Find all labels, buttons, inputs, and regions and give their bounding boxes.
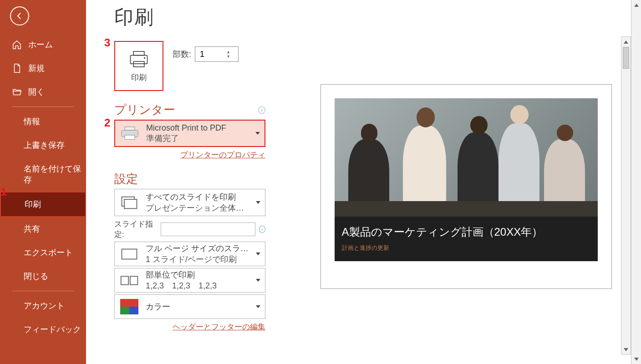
copies-label: 部数: xyxy=(173,49,191,60)
arrow-left-icon xyxy=(15,11,24,20)
sidebar-item-account[interactable]: アカウント xyxy=(0,294,86,318)
sidebar-item-open[interactable]: 開く xyxy=(0,80,86,104)
sidebar-item-new[interactable]: 新規 xyxy=(0,56,86,80)
back-button[interactable] xyxy=(10,6,29,25)
scroll-down-button[interactable] xyxy=(631,354,641,364)
annotation-1: 1 xyxy=(1,186,7,198)
info-icon[interactable]: i xyxy=(258,106,265,114)
triangle-down-icon xyxy=(624,348,628,351)
printer-properties-link[interactable]: プリンターのプロパティ xyxy=(180,151,265,159)
collate-icon xyxy=(119,272,139,288)
svg-rect-9 xyxy=(122,249,137,259)
print-button-label: 印刷 xyxy=(131,72,147,83)
triangle-down-icon xyxy=(634,358,639,361)
printer-status: 準備完了 xyxy=(146,133,249,144)
printer-section-header: プリンター i xyxy=(114,102,265,118)
print-layout-title: フル ページ サイズのスライド xyxy=(146,243,249,254)
svg-point-3 xyxy=(144,57,145,58)
chevron-down-icon xyxy=(256,253,260,255)
preview-photo xyxy=(335,98,598,217)
print-range-dropdown[interactable]: すべてのスライドを印刷 プレゼンテーション全体を印刷し… xyxy=(114,189,265,216)
print-layout-sub: 1 スライド/ページで印刷 xyxy=(146,254,249,265)
preview-vertical-scrollbar[interactable] xyxy=(621,36,631,355)
collate-title: 部単位で印刷 xyxy=(146,269,249,280)
home-icon xyxy=(12,40,22,50)
copies-control: 部数: ▴ ▾ xyxy=(173,46,239,62)
color-title: カラー xyxy=(146,301,249,312)
print-button[interactable]: 印刷 xyxy=(114,41,163,91)
slide-spec-label: スライド指定: xyxy=(114,219,157,240)
sidebar-label: 開く xyxy=(28,86,45,97)
sidebar-item-home[interactable]: ホーム xyxy=(0,33,86,56)
sidebar-label: 上書き保存 xyxy=(24,141,65,150)
color-dropdown[interactable]: カラー xyxy=(114,294,265,319)
chevron-down-icon xyxy=(256,279,260,282)
svg-rect-0 xyxy=(130,55,147,64)
preview-title: A製品のマーケティング計画（20XX年） xyxy=(342,225,590,239)
collate-sub: 1,2,3 1,2,3 1,2,3 xyxy=(146,280,249,291)
preview-area: A製品のマーケティング計画（20XX年） 計画と進捗の更新 xyxy=(295,0,641,364)
sidebar-label: 新規 xyxy=(28,63,45,74)
sidebar-label: 共有 xyxy=(24,224,40,233)
main-area: 印刷 印刷 部数: ▴ ▾ xyxy=(86,0,641,364)
preview-subtitle: 計画と進捗の更新 xyxy=(342,244,590,252)
annotation-3: 3 xyxy=(104,36,110,49)
sidebar-item-export[interactable]: エクスポート xyxy=(0,241,86,264)
print-range-title: すべてのスライドを印刷 xyxy=(146,192,249,202)
page-layout-icon xyxy=(119,246,139,262)
sidebar-label: 名前を付けて保存 xyxy=(24,164,81,184)
slides-stack-icon xyxy=(119,194,139,211)
sidebar-item-save[interactable]: 上書き保存 xyxy=(0,133,86,157)
triangle-up-icon xyxy=(634,4,639,7)
sidebar-label: 閉じる xyxy=(24,272,48,281)
spinner-down-icon[interactable]: ▾ xyxy=(227,55,236,58)
settings-section-header: 設定 xyxy=(114,171,295,187)
file-icon xyxy=(12,63,22,73)
printer-icon xyxy=(127,50,151,69)
settings-section-title: 設定 xyxy=(114,171,138,187)
sidebar-item-print[interactable]: 印刷 xyxy=(0,192,86,217)
folder-open-icon xyxy=(12,87,22,97)
chevron-down-icon xyxy=(256,201,260,204)
slide-spec-input[interactable] xyxy=(161,222,255,236)
sidebar-label: アカウント xyxy=(24,301,65,310)
collate-dropdown[interactable]: 部単位で印刷 1,2,3 1,2,3 1,2,3 xyxy=(114,268,265,293)
scroll-down-button[interactable] xyxy=(621,344,631,354)
svg-rect-8 xyxy=(124,199,137,208)
sidebar-item-info[interactable]: 情報 xyxy=(0,110,86,133)
print-layout-dropdown[interactable]: フル ページ サイズのスライド 1 スライド/ページで印刷 xyxy=(114,242,265,266)
sidebar-label: 情報 xyxy=(24,117,40,126)
printer-name: Microsoft Print to PDF xyxy=(146,123,249,133)
print-range-sub: プレゼンテーション全体を印刷し… xyxy=(146,202,249,213)
sidebar-divider xyxy=(12,291,74,291)
header-footer-link[interactable]: ヘッダーとフッターの編集 xyxy=(173,323,265,331)
spinner-up-icon[interactable]: ▴ xyxy=(227,50,236,54)
sidebar-item-saveas[interactable]: 名前を付けて保存 xyxy=(0,157,86,192)
annotation-2: 2 xyxy=(104,116,110,129)
sidebar-label: ホーム xyxy=(28,39,53,50)
sidebar-label: 印刷 xyxy=(25,200,41,209)
slide-preview: A製品のマーケティング計画（20XX年） 計画と進捗の更新 xyxy=(320,84,612,289)
copies-spinner[interactable]: ▴ ▾ xyxy=(195,46,239,62)
sidebar-item-feedback[interactable]: フィードバック xyxy=(0,318,86,341)
printer-device-icon xyxy=(120,125,140,142)
scroll-up-button[interactable] xyxy=(621,37,631,47)
copies-input[interactable] xyxy=(195,50,227,59)
sidebar-item-share[interactable]: 共有 xyxy=(0,217,86,241)
printer-section-title: プリンター xyxy=(114,102,175,118)
scroll-track[interactable] xyxy=(623,47,629,344)
window-vertical-scrollbar[interactable] xyxy=(631,0,641,364)
slide-spec-row: スライド指定: i xyxy=(114,219,265,240)
svg-rect-1 xyxy=(133,51,144,55)
printer-dropdown[interactable]: Microsoft Print to PDF 準備完了 xyxy=(114,120,265,147)
scroll-up-button[interactable] xyxy=(631,0,641,10)
svg-rect-10 xyxy=(121,276,129,284)
print-settings-column: 印刷 印刷 部数: ▴ ▾ xyxy=(86,0,295,364)
page-title: 印刷 xyxy=(114,5,295,30)
sidebar-label: フィードバック xyxy=(24,325,81,334)
sidebar-item-close[interactable]: 閉じる xyxy=(0,264,86,288)
color-swatch-icon xyxy=(119,298,139,315)
scroll-thumb[interactable] xyxy=(623,47,629,69)
triangle-up-icon xyxy=(624,40,628,44)
info-icon[interactable]: i xyxy=(259,226,265,233)
